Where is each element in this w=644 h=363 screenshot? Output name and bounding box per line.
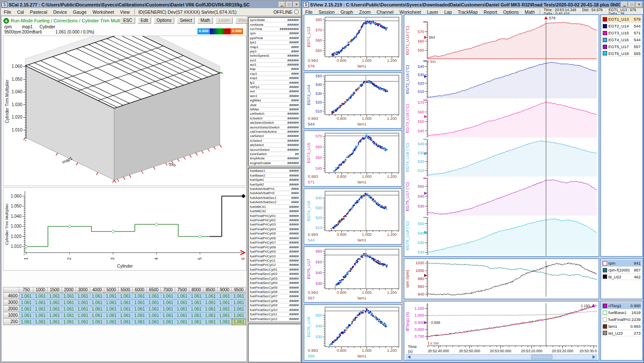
table-cell[interactable]: 1.061 bbox=[19, 312, 33, 319]
row-header[interactable]: 4600 bbox=[3, 293, 19, 299]
scatter-chart-EGT3_U15[interactable]: 0.8001.0001.200540550560570EGT3_U150.993… bbox=[304, 131, 401, 186]
scatter-chart-EGT4_U16[interactable]: 0.8001.0001.200510520530540EGT4_U160.993… bbox=[304, 189, 401, 244]
watch-row[interactable]: launchSelectSwitch###### bbox=[249, 125, 300, 129]
rpm-timeseries-chart[interactable]: 94096098010001020rpm (rpm) bbox=[404, 259, 598, 299]
table-cell[interactable]: 1.061 bbox=[204, 312, 218, 319]
table-cell[interactable]: 1.061 bbox=[118, 312, 133, 319]
watch-row[interactable]: calSwitch###### bbox=[249, 111, 300, 116]
watch-row[interactable]: fuelFinalPriCyl08##### bbox=[249, 244, 300, 249]
table-cell[interactable]: 1.061 bbox=[90, 319, 104, 325]
watch-row[interactable]: ccp1#### bbox=[249, 71, 300, 76]
scal-menu-view[interactable]: View bbox=[117, 9, 133, 15]
table-cell[interactable]: 1.061 bbox=[189, 319, 204, 325]
table-cell[interactable]: 1.061 bbox=[133, 293, 147, 299]
table-cell[interactable]: 1.061 bbox=[147, 299, 161, 306]
watch-row[interactable]: ect1###### bbox=[249, 58, 300, 62]
legend-row-clTarg1[interactable]: clTarg10.980 bbox=[601, 302, 642, 309]
col-header[interactable]: 9500 bbox=[232, 287, 246, 293]
table-cell[interactable]: 1.061 bbox=[147, 293, 161, 299]
watch-row[interactable]: rpm##### bbox=[249, 31, 300, 35]
scatter-chart-EGT6_U18[interactable]: 0.8001.0001.200530540550EGT6_U180.993555… bbox=[304, 305, 401, 360]
table-cell[interactable]: 1.061 bbox=[19, 299, 33, 306]
table-cell[interactable]: 1.061 bbox=[48, 312, 62, 319]
legend-row-tet_U23[interactable]: tet_U23273 bbox=[601, 329, 642, 336]
table-cell[interactable]: 1.061 bbox=[48, 306, 62, 312]
table-cell[interactable]: 1.061 bbox=[90, 293, 104, 299]
close-button[interactable]: ✕ bbox=[293, 2, 300, 7]
watch-row[interactable]: fuelFinalSecCyl06##### bbox=[249, 290, 300, 294]
watch-row[interactable]: fuelAddVbatSec1#### bbox=[249, 195, 300, 200]
table-cell[interactable]: 1.061 bbox=[90, 306, 104, 312]
table-cell[interactable]: 1.061 bbox=[118, 293, 133, 299]
watch-row[interactable]: eop1##### bbox=[249, 76, 300, 80]
col-header[interactable]: 9000 bbox=[218, 287, 232, 293]
watch-row[interactable]: fuelFinalSecCyl01##### bbox=[249, 267, 300, 271]
watch-row[interactable]: fuelFinalSecCyl09##### bbox=[249, 303, 300, 307]
table-cell[interactable]: 1.061 bbox=[133, 299, 147, 306]
table-cell[interactable]: 1.061 bbox=[133, 319, 147, 325]
watch-row[interactable]: fuelFinalSecCyl03##### bbox=[249, 276, 300, 281]
scal-menu-gauge[interactable]: Gauge bbox=[70, 9, 90, 15]
table-cell[interactable]: 1.061 bbox=[189, 306, 204, 312]
watch-row[interactable]: fuelFinalPriCyl11##### bbox=[249, 258, 300, 262]
table-cell[interactable]: 1.061 bbox=[62, 293, 76, 299]
watch-row[interactable]: prp1#### bbox=[249, 49, 300, 53]
watch-row[interactable]: turboSpeed1###### bbox=[249, 53, 300, 58]
watch-row[interactable]: tcSelect###### bbox=[249, 138, 300, 143]
watch-row[interactable]: fuelFinalPriCyl01##### bbox=[249, 213, 300, 217]
watch-row[interactable]: fuelFinalPriCyl04##### bbox=[249, 227, 300, 231]
egt-timeseries-chart[interactable]: 550560570EGT1_U13 (°C)564541510520530540… bbox=[404, 15, 598, 256]
legend-row-rpm-f(1000)[interactable]: rpm-f(1000)957 bbox=[601, 266, 642, 273]
table-cell[interactable]: 1.061 bbox=[48, 293, 62, 299]
watch-row[interactable]: fuelFinalPriCyl12##### bbox=[249, 262, 300, 267]
table-cell[interactable]: 1.061 bbox=[90, 312, 104, 319]
table-cell[interactable]: 1.061 bbox=[48, 299, 62, 306]
watch-row[interactable]: tcSwitch###### bbox=[249, 116, 300, 120]
table-cell[interactable]: 1.061 bbox=[232, 299, 246, 306]
table-cell[interactable]: 1.061 bbox=[218, 312, 232, 319]
watch-row[interactable]: syncState###### bbox=[249, 18, 300, 22]
table-cell[interactable]: 1.061 bbox=[161, 299, 175, 306]
table-cell[interactable]: 1.061 bbox=[175, 319, 189, 325]
row-header[interactable]: 3000 bbox=[3, 299, 19, 306]
legend-row-fuelBase1[interactable]: fuelBase11619 bbox=[601, 309, 642, 316]
table-cell[interactable]: 1.061 bbox=[147, 312, 161, 319]
scal-menu-file[interactable]: File bbox=[1, 9, 14, 15]
watch-row[interactable]: fuelMltCll2##### bbox=[249, 209, 300, 213]
legend-row-EGT3_U15[interactable]: EGT3_U15571 bbox=[601, 29, 642, 36]
cylinder-trim-chart[interactable]: 1.0601.0501.0401.0301.0201.010123456Cyli… bbox=[3, 188, 246, 270]
scatter-chart-EGT2_U14[interactable]: 0.8001.0001.200510520530540550EGT2_U140.… bbox=[304, 73, 401, 128]
math-button[interactable]: Math bbox=[197, 17, 213, 24]
watch-row[interactable]: tps1##### bbox=[249, 40, 300, 44]
watch-row[interactable]: ppsFinal##### bbox=[249, 36, 300, 40]
table-cell[interactable]: 1.061 bbox=[19, 319, 33, 325]
table-cell[interactable]: 1.061 bbox=[232, 312, 246, 319]
table-cell[interactable]: 1.061 bbox=[104, 312, 118, 319]
select-button[interactable]: Select bbox=[177, 17, 195, 24]
watch-row[interactable]: fuelFinalPriCyl06##### bbox=[249, 236, 300, 240]
watch-row[interactable]: fuelFinalPriCyl02##### bbox=[249, 218, 300, 222]
watch-row[interactable]: runTime########## bbox=[249, 27, 300, 31]
close-button[interactable]: ✕ bbox=[636, 2, 642, 7]
col-header[interactable]: 1000 bbox=[33, 287, 48, 293]
legend-row-EGT1_U13[interactable]: EGT1_U13579 bbox=[601, 15, 642, 22]
lambda-timeseries-chart[interactable]: 1.1001.0000.9000.8000.700dlTarg1 (λ)0.89… bbox=[404, 302, 598, 360]
col-header[interactable]: 6500 bbox=[147, 287, 161, 293]
table-cell[interactable]: 1.061 bbox=[218, 306, 232, 312]
watch-row[interactable]: fuelMltCll1##### bbox=[249, 204, 300, 209]
options-button[interactable]: Options bbox=[154, 17, 174, 24]
table-cell[interactable]: 1.061 bbox=[90, 299, 104, 306]
scatter-chart-EGT1_U13[interactable]: 0.8001.0001.200550560570580EGT1_U130.993… bbox=[304, 15, 401, 70]
watch-row[interactable]: alsSelect###### bbox=[249, 143, 300, 147]
watch-row[interactable]: limpMode###### bbox=[249, 156, 300, 160]
table-cell[interactable]: 1.061 bbox=[189, 293, 204, 299]
table-cell[interactable]: 1.061 bbox=[218, 319, 232, 325]
table-cell[interactable]: 1.061 bbox=[204, 319, 218, 325]
table-cell[interactable]: 1.061 bbox=[161, 293, 175, 299]
table-cell[interactable]: 1.061 bbox=[33, 293, 48, 299]
table-cell[interactable]: 1.061 bbox=[147, 306, 161, 312]
table-cell[interactable]: 1.061 bbox=[76, 306, 90, 312]
col-header[interactable]: 5000 bbox=[104, 287, 118, 293]
row-header[interactable]: 1000 bbox=[3, 312, 19, 319]
watch-row[interactable]: fuelFinalPriCyl03##### bbox=[249, 222, 300, 226]
